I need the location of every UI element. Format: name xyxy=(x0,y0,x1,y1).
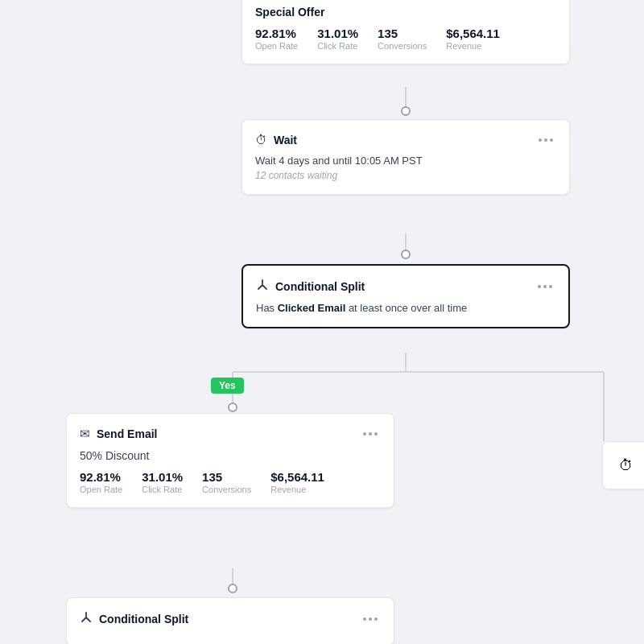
stat-revenue-label: Revenue xyxy=(446,41,500,51)
condition-bold: Clicked Email xyxy=(278,302,346,314)
send-email-subtitle: 50% Discount xyxy=(80,449,381,462)
wait-icon: ⏱ xyxy=(255,133,267,147)
stat-click-rate-label: Click Rate xyxy=(317,41,358,51)
yes-badge: Yes xyxy=(211,378,244,394)
wait-description: Wait 4 days and until 10:05 AM PST xyxy=(255,155,556,167)
svg-point-1 xyxy=(402,107,410,115)
send-email-open-rate: 92.81% Open Rate xyxy=(80,470,122,494)
conditional-split-menu-button[interactable] xyxy=(535,283,555,290)
condition-prefix: Has xyxy=(256,302,278,314)
right-wait-card: ⏱ xyxy=(602,441,644,489)
conditional-split-icon xyxy=(256,279,269,294)
send-email-stats: 92.81% Open Rate 31.01% Click Rate 135 C… xyxy=(80,470,381,494)
conditional-split-2-menu-button[interactable] xyxy=(360,616,381,622)
wait-menu-button[interactable] xyxy=(535,137,556,143)
right-wait-icon: ⏱ xyxy=(619,457,634,474)
special-offer-stats: 92.81% Open Rate 31.01% Click Rate 135 C… xyxy=(255,27,556,51)
send-email-card: ✉ Send Email 50% Discount 92.81% Open Ra… xyxy=(66,413,394,508)
send-email-click-rate: 31.01% Click Rate xyxy=(142,470,183,494)
wait-title: Wait xyxy=(274,134,297,147)
send-email-revenue: $6,564.11 Revenue xyxy=(270,470,324,494)
send-email-click-rate-value: 31.01% xyxy=(142,470,183,484)
svg-point-3 xyxy=(402,250,410,258)
special-offer-title: Special Offer xyxy=(255,6,324,19)
send-email-menu-button[interactable] xyxy=(360,431,381,437)
stat-open-rate: 92.81% Open Rate xyxy=(255,27,298,51)
stat-open-rate-value: 92.81% xyxy=(255,27,298,40)
stat-revenue: $6,564.11 Revenue xyxy=(446,27,500,51)
conditional-split-card: Conditional Split Has Clicked Email at l… xyxy=(242,264,570,328)
canvas: Special Offer 92.81% Open Rate 31.01% Cl… xyxy=(0,0,644,644)
send-email-conversions-value: 135 xyxy=(202,470,251,484)
send-email-open-rate-value: 92.81% xyxy=(80,470,122,484)
send-email-conversions-label: Conversions xyxy=(202,485,251,494)
stat-conversions-label: Conversions xyxy=(378,41,427,51)
conditional-split-2-title: Conditional Split xyxy=(99,613,188,625)
stat-conversions: 135 Conversions xyxy=(378,27,427,51)
stat-open-rate-label: Open Rate xyxy=(255,41,298,51)
condition-text: Has Clicked Email at least once over all… xyxy=(256,302,555,314)
send-email-title: Send Email xyxy=(97,427,157,440)
send-email-icon: ✉ xyxy=(80,427,90,441)
wait-contacts: 12 contacts waiting xyxy=(255,170,556,181)
stat-click-rate-value: 31.01% xyxy=(317,27,358,40)
send-email-click-rate-label: Click Rate xyxy=(142,485,183,494)
conditional-split-title: Conditional Split xyxy=(275,280,365,293)
condition-suffix: at least once over all time xyxy=(345,302,467,314)
special-offer-card: Special Offer 92.81% Open Rate 31.01% Cl… xyxy=(242,0,570,64)
conditional-split-2-card: Conditional Split xyxy=(66,597,394,644)
send-email-revenue-value: $6,564.11 xyxy=(270,470,324,484)
conditional-split-2-icon xyxy=(80,611,93,627)
svg-point-11 xyxy=(229,584,237,592)
svg-point-8 xyxy=(229,403,237,411)
wait-card: ⏱ Wait Wait 4 days and until 10:05 AM PS… xyxy=(242,119,570,195)
stat-revenue-value: $6,564.11 xyxy=(446,27,500,40)
send-email-open-rate-label: Open Rate xyxy=(80,485,122,494)
send-email-conversions: 135 Conversions xyxy=(202,470,251,494)
stat-conversions-value: 135 xyxy=(378,27,427,40)
stat-click-rate: 31.01% Click Rate xyxy=(317,27,358,51)
send-email-revenue-label: Revenue xyxy=(270,485,324,494)
